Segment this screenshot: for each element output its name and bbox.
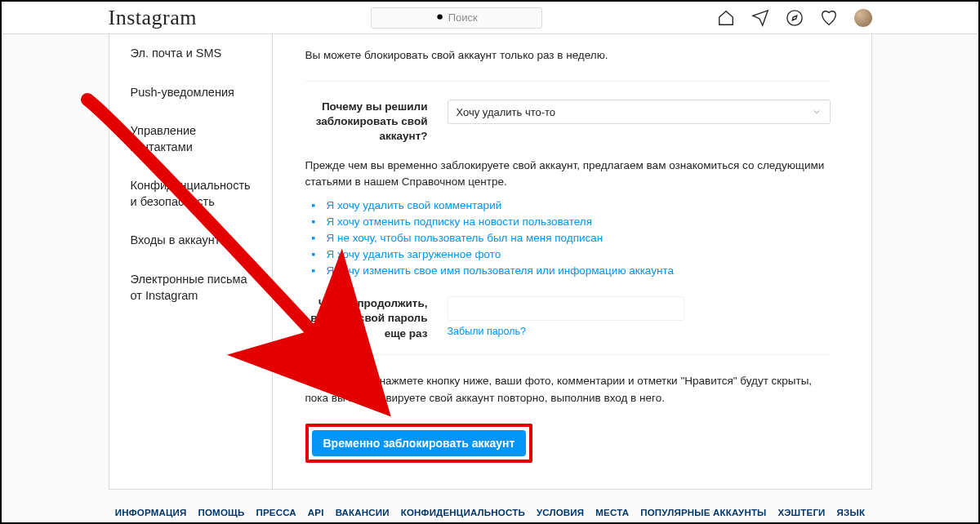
search-icon (436, 13, 445, 22)
footer-link-jobs[interactable]: ВАКАНСИИ (336, 508, 390, 517)
footer-link-api[interactable]: API (308, 508, 324, 517)
footer-link-hashtags[interactable]: ХЭШТЕГИ (778, 508, 826, 517)
sidebar-item-privacy-security[interactable]: Конфиденциальность и безопасность (109, 167, 272, 221)
forgot-password-link[interactable]: Забыли пароль? (448, 326, 527, 337)
reason-label: Почему вы решили заблокировать свой акка… (305, 100, 428, 144)
svg-line-1 (442, 19, 444, 21)
direct-icon[interactable] (751, 9, 769, 27)
password-input[interactable] (448, 296, 684, 321)
explore-icon[interactable] (786, 9, 804, 27)
reason-row: Почему вы решили заблокировать свой акка… (305, 100, 831, 144)
chevron-down-icon (812, 107, 822, 117)
final-warning-text: Как только вы нажмете кнопку ниже, ваши … (305, 373, 831, 407)
help-link-delete-photo[interactable]: Я хочу удалить загруженное фото (327, 248, 501, 260)
block-limit-text: Вы можете блокировать свой аккаунт тольк… (305, 49, 831, 61)
help-link-unfollow-news[interactable]: Я хочу отменить подписку на новости поль… (327, 215, 592, 228)
page-footer: ИНФОРМАЦИЯ ПОМОЩЬ ПРЕССА API ВАКАНСИИ КО… (109, 508, 872, 524)
reason-select[interactable]: Хочу удалить что-то (448, 100, 831, 124)
temporarily-disable-button[interactable]: Временно заблокировать аккаунт (312, 430, 527, 456)
sidebar-item-email-sms[interactable]: Эл. почта и SMS (109, 34, 272, 73)
divider (305, 81, 831, 82)
footer-link-top-accounts[interactable]: ПОПУЛЯРНЫЕ АККАУНТЫ (640, 508, 766, 517)
settings-content: Вы можете блокировать свой аккаунт тольк… (273, 34, 871, 489)
footer-link-about[interactable]: ИНФОРМАЦИЯ (115, 508, 187, 517)
footer-link-help[interactable]: ПОМОЩЬ (198, 508, 245, 517)
svg-point-0 (437, 14, 442, 19)
footer-link-privacy[interactable]: КОНФИДЕНЦИАЛЬНОСТЬ (401, 508, 525, 517)
instagram-logo[interactable]: Instagram (109, 6, 197, 30)
top-nav: Instagram Поиск (2, 2, 978, 34)
settings-sidebar: Эл. почта и SMS Push-уведомления Управле… (109, 34, 273, 489)
home-icon[interactable] (717, 9, 735, 27)
divider-2 (305, 354, 831, 355)
sidebar-item-push[interactable]: Push-уведомления (109, 73, 272, 113)
annotation-highlight-box: Временно заблокировать аккаунт (305, 424, 533, 463)
reason-selected-value: Хочу удалить что-то (457, 106, 556, 118)
top-nav-inner: Instagram Поиск (109, 6, 872, 30)
svg-point-2 (786, 10, 801, 24)
help-link-remove-follower[interactable]: Я не хочу, чтобы пользователь был на мен… (327, 232, 604, 244)
footer-link-terms[interactable]: УСЛОВИЯ (537, 508, 584, 517)
footer-link-locations[interactable]: МЕСТА (595, 508, 629, 517)
sidebar-item-emails-from-ig[interactable]: Электронные письма от Instagram (109, 260, 272, 315)
help-link-delete-comment[interactable]: Я хочу удалить свой комментарий (327, 199, 502, 211)
search-input[interactable]: Поиск (371, 7, 542, 29)
avatar[interactable] (854, 9, 872, 27)
before-block-text: Прежде чем вы временно заблокируете свой… (305, 158, 831, 191)
activity-icon[interactable] (820, 9, 838, 27)
footer-link-language[interactable]: ЯЗЫК (837, 508, 866, 517)
footer-links: ИНФОРМАЦИЯ ПОМОЩЬ ПРЕССА API ВАКАНСИИ КО… (109, 508, 872, 517)
help-link-change-username[interactable]: Я хочу изменить свое имя пользователя ил… (327, 264, 674, 277)
search-placeholder: Поиск (448, 11, 478, 24)
footer-link-press[interactable]: ПРЕССА (256, 508, 296, 517)
settings-container: Эл. почта и SMS Push-уведомления Управле… (109, 34, 872, 490)
sidebar-item-contacts[interactable]: Управление контактами (109, 112, 272, 167)
sidebar-item-login-activity[interactable]: Входы в аккаунт (109, 221, 272, 260)
password-row: Чтобы продолжить, введите свой пароль ещ… (305, 296, 831, 341)
nav-icons (717, 9, 872, 27)
password-label: Чтобы продолжить, введите свой пароль ещ… (305, 296, 428, 341)
help-links-list: Я хочу удалить свой комментарий Я хочу о… (305, 198, 831, 277)
